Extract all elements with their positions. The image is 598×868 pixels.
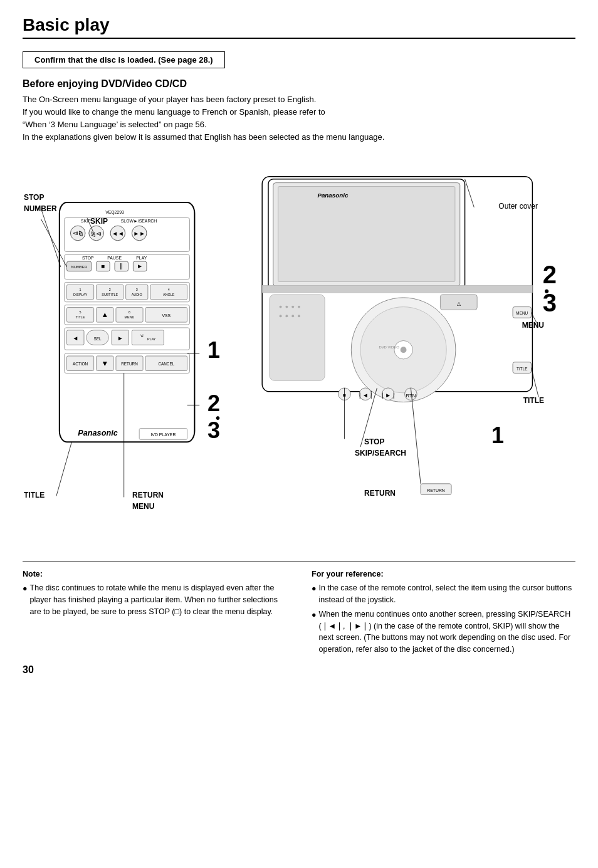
svg-text:DISPLAY: DISPLAY	[73, 293, 88, 296]
svg-text:‖: ‖	[120, 262, 123, 269]
svg-text:2: 2	[109, 288, 111, 291]
svg-text:CANCEL: CANCEL	[158, 361, 174, 365]
svg-point-104	[382, 388, 394, 400]
svg-rect-64	[116, 356, 143, 371]
svg-rect-79	[268, 179, 465, 289]
svg-rect-32	[126, 285, 148, 300]
bullet-dot-2: ●	[312, 583, 317, 606]
svg-text:STOP: STOP	[82, 256, 94, 260]
bullet-dot-1: ●	[23, 583, 28, 617]
svg-text:3: 3	[136, 288, 138, 291]
svg-point-88	[298, 305, 300, 308]
svg-point-93	[351, 297, 456, 402]
confirm-bold: disc is loaded. (See page 28.)	[100, 55, 213, 65]
callout-menu-bottom: MENU	[132, 502, 154, 511]
svg-rect-13	[65, 254, 190, 279]
svg-text:►: ►	[137, 262, 143, 269]
svg-rect-44	[116, 307, 143, 322]
svg-rect-42	[97, 307, 113, 322]
svg-text:SEL: SEL	[94, 336, 102, 340]
svg-text:▲: ▲	[101, 310, 108, 318]
svg-rect-78	[262, 176, 532, 391]
svg-text:6: 6	[129, 310, 130, 314]
svg-text:▼: ▼	[101, 358, 108, 367]
svg-line-72	[41, 219, 66, 266]
intro-line-4: In the explanations given below it is as…	[23, 132, 384, 142]
svg-text:TITLE: TITLE	[517, 366, 527, 370]
svg-rect-35	[150, 285, 187, 300]
svg-text:1: 1	[80, 288, 81, 291]
section-title: Before enjoying DVD/Video CD/CD	[23, 78, 575, 90]
svg-point-92	[298, 315, 300, 317]
svg-text:MENU: MENU	[125, 315, 135, 319]
svg-point-87	[291, 305, 294, 308]
svg-text:❘►❘: ❘►❘	[380, 391, 396, 399]
svg-text:PAUSE: PAUSE	[107, 256, 122, 260]
svg-text:RTN: RTN	[406, 392, 416, 398]
step-number-3-right: 3	[543, 289, 557, 317]
callout-return-right: RETURN	[364, 489, 396, 498]
callout-menu-right: MENU	[522, 321, 544, 330]
svg-text:5: 5	[80, 310, 81, 314]
svg-text:DVD VIDEO: DVD VIDEO	[379, 345, 399, 349]
note-right-text-1: In the case of the remote control, selec…	[319, 582, 575, 606]
note-left-bullet-1: ● The disc continues to rotate while the…	[23, 582, 286, 617]
svg-rect-108	[513, 306, 531, 318]
intro-text: The On-Screen menu language of your play…	[23, 93, 575, 144]
note-right-bullet-1: ● In the case of the remote control, sel…	[312, 582, 575, 606]
svg-point-100	[338, 388, 351, 400]
svg-text:►►: ►►	[133, 229, 145, 236]
svg-rect-83	[262, 285, 532, 293]
svg-text:■: ■	[101, 262, 105, 269]
svg-rect-21	[115, 261, 129, 271]
note-left-text-1: The disc continues to rotate while the m…	[30, 582, 286, 617]
svg-text:◄: ◄	[72, 334, 78, 341]
svg-rect-62	[97, 356, 113, 371]
svg-line-74	[56, 442, 72, 496]
svg-point-91	[291, 315, 294, 317]
svg-line-71	[41, 208, 60, 266]
svg-point-89	[280, 315, 282, 317]
svg-text:AUDIO: AUDIO	[132, 293, 142, 296]
svg-point-7	[89, 226, 104, 241]
svg-text:PLAY: PLAY	[136, 256, 147, 260]
svg-text:Panasonic: Panasonic	[317, 192, 349, 199]
svg-text:NUMBER: NUMBER	[71, 264, 87, 268]
note-right-title: For your reference:	[312, 568, 575, 580]
notes-section: Note: ● The disc continues to rotate whi…	[23, 562, 575, 658]
svg-text:►: ►	[117, 334, 123, 341]
svg-rect-98	[440, 295, 477, 310]
svg-rect-2	[65, 217, 190, 251]
confirm-prefix: Confirm that the	[34, 55, 100, 65]
svg-rect-66	[145, 356, 187, 371]
svg-text:■: ■	[343, 392, 346, 397]
svg-text:VSS: VSS	[162, 313, 170, 318]
svg-rect-38	[65, 305, 190, 324]
svg-rect-60	[67, 356, 94, 371]
svg-text:PLAY: PLAY	[147, 337, 156, 341]
svg-rect-17	[67, 261, 92, 271]
svg-point-96	[401, 347, 407, 353]
svg-text:MENU: MENU	[516, 311, 528, 315]
confirm-box: Confirm that the disc is loaded. (See pa…	[23, 51, 225, 68]
svg-text:TITLE: TITLE	[76, 315, 85, 319]
svg-point-86	[285, 305, 288, 308]
svg-text:VEQ2293: VEQ2293	[105, 209, 124, 214]
svg-point-94	[360, 306, 446, 392]
note-left-title: Note:	[23, 568, 286, 580]
callout-title-bottom: TITLE	[24, 491, 45, 499]
svg-rect-39	[67, 307, 94, 322]
svg-rect-56	[132, 330, 164, 345]
svg-point-85	[280, 305, 282, 308]
svg-point-11	[132, 226, 147, 241]
note-right-text-2: When the menu continues onto another scr…	[319, 609, 575, 656]
svg-rect-49	[65, 327, 190, 349]
svg-text:ANGLE: ANGLE	[163, 293, 175, 296]
svg-line-119	[411, 388, 421, 484]
svg-rect-54	[112, 330, 129, 345]
svg-text:RETURN: RETURN	[121, 361, 138, 365]
intro-line-1: The On-Screen menu language of your play…	[23, 95, 316, 104]
step-number-3-left: 3	[207, 417, 220, 444]
page-title: Basic play	[23, 15, 575, 39]
svg-line-114	[465, 179, 475, 207]
